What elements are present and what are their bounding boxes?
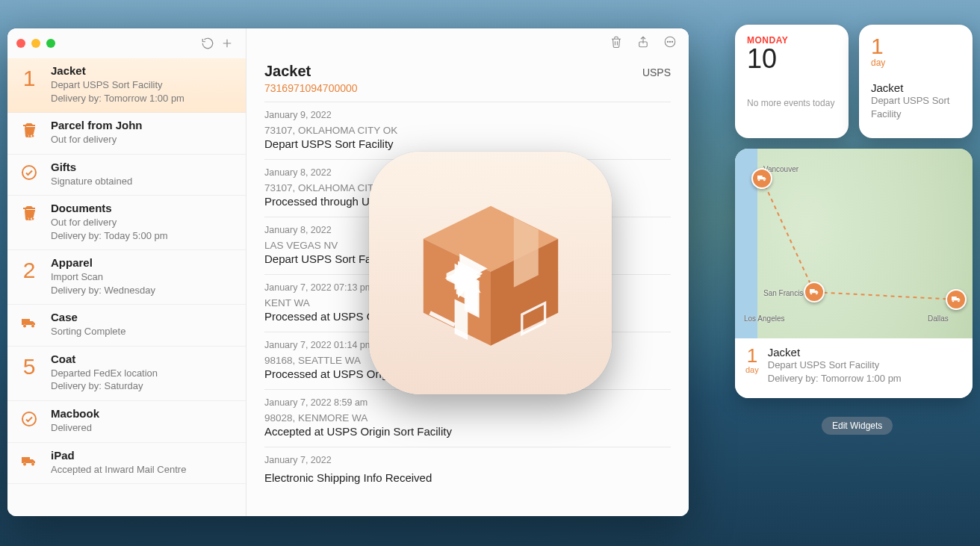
event-date: January 9, 2022 [264, 110, 671, 120]
truck-icon [808, 286, 820, 298]
map-line1: Depart USPS Sort Facility [768, 359, 902, 372]
event-location: 98028, KENMORE WA [264, 412, 671, 424]
minimize-window-button[interactable] [31, 39, 40, 48]
share-button[interactable] [636, 35, 650, 52]
item-title: Gifts [51, 161, 235, 173]
list-item[interactable]: CaseSorting Complete [7, 305, 246, 347]
app-icon [369, 152, 612, 394]
map-days-number: 1 [745, 346, 759, 365]
list-item[interactable]: iPadAccepted at Inward Mail Centre [7, 443, 246, 485]
item-title: Apparel [51, 256, 235, 269]
item-subtitle: Out for delivery [51, 216, 235, 229]
map-days-unit: day [745, 365, 759, 374]
edit-widgets-button[interactable]: Edit Widgets [822, 417, 893, 435]
days-badge: 5 [15, 353, 43, 393]
item-title: Parcel from John [51, 119, 235, 131]
item-subtitle: Departed FedEx location [51, 367, 235, 380]
item-subtitle: Out for delivery [51, 133, 235, 146]
item-delivery: Delivery by: Wednesday [51, 284, 235, 297]
parcel-list: 1JacketDepart USPS Sort FacilityDelivery… [7, 58, 246, 516]
map-pin-origin [751, 168, 772, 189]
calendar-message: No more events today [747, 98, 837, 108]
svg-point-10 [672, 41, 672, 42]
list-item[interactable]: 5CoatDeparted FedEx locationDelivery by:… [7, 347, 246, 401]
tracking-event: January 7, 2022 8:59 am98028, KENMORE WA… [264, 389, 671, 447]
more-button[interactable] [663, 35, 677, 52]
event-status: Electronic Shipping Info Received [264, 471, 671, 484]
map-pin-dest [946, 289, 967, 310]
list-item[interactable]: 1JacketDepart USPS Sort FacilityDelivery… [7, 58, 246, 113]
event-status: Accepted at USPS Origin Sort Facility [264, 425, 671, 438]
refresh-icon [201, 37, 214, 50]
svg-point-0 [27, 135, 29, 137]
sidebar: 1JacketDepart USPS Sort FacilityDelivery… [7, 28, 246, 516]
svg-point-3 [27, 218, 29, 220]
package-small-widget[interactable]: 1 day Jacket Depart USPS Sort Facility [859, 25, 973, 138]
close-window-button[interactable] [16, 39, 25, 48]
svg-marker-21 [464, 273, 479, 317]
map-line2: Delivery by: Tomorrow 1:00 pm [768, 372, 902, 385]
days-badge: 1 [15, 64, 43, 105]
svg-point-9 [669, 41, 670, 42]
cart-icon [15, 119, 43, 146]
item-subtitle: Import Scan [51, 270, 235, 284]
package-status: Depart USPS Sort Facility [871, 94, 961, 120]
svg-point-2 [22, 166, 36, 179]
add-parcel-button[interactable] [217, 34, 237, 53]
svg-point-5 [22, 412, 36, 426]
tracking-event: January 9, 202273107, OKLAHOMA CITY OKDe… [264, 102, 671, 159]
delete-button[interactable] [610, 35, 623, 52]
truck-icon [15, 449, 43, 477]
tracking-event: January 7, 2022Electronic Shipping Info … [264, 447, 671, 493]
item-title: Coat [51, 353, 235, 365]
detail-header: Jacket USPS 7316971094700000 [246, 58, 689, 102]
map-title: Jacket [768, 346, 902, 359]
map-widget[interactable]: Vancouver San Francisco Los Angeles Dall… [735, 149, 973, 398]
list-item[interactable]: Parcel from JohnOut for delivery [7, 113, 246, 155]
city-label-dallas: Dallas [928, 314, 949, 323]
plus-icon [220, 37, 234, 50]
svg-point-1 [32, 135, 34, 137]
calendar-date: 10 [747, 46, 837, 72]
list-item[interactable]: MacbookDelivered [7, 401, 246, 443]
ellipsis-icon [663, 35, 677, 49]
item-title: Case [51, 311, 235, 323]
list-item[interactable]: 2ApparelImport ScanDelivery by: Wednesda… [7, 250, 246, 305]
truck-icon [15, 311, 43, 338]
share-icon [636, 35, 650, 49]
item-subtitle: Sorting Complete [51, 325, 235, 338]
item-subtitle: Accepted at Inward Mail Centre [51, 463, 235, 477]
zoom-window-button[interactable] [46, 39, 55, 48]
check-icon [15, 161, 43, 188]
truck-icon [950, 294, 962, 305]
item-delivery: Delivery by: Saturday [51, 379, 235, 393]
trash-icon [610, 35, 623, 49]
calendar-widget[interactable]: MONDAY 10 No more events today [735, 25, 849, 138]
window-titlebar [7, 28, 246, 58]
map-area: Vancouver San Francisco Los Angeles Dall… [735, 149, 973, 338]
list-item[interactable]: DocumentsOut for deliveryDelivery by: To… [7, 196, 246, 250]
event-date: January 7, 2022 8:59 am [264, 397, 671, 408]
tracking-number[interactable]: 7316971094700000 [264, 82, 671, 94]
carrier-label: USPS [642, 66, 671, 78]
svg-point-8 [667, 41, 668, 42]
city-label-la: Los Angeles [744, 314, 785, 323]
item-title: iPad [51, 449, 235, 462]
item-title: Macbook [51, 407, 235, 420]
item-subtitle: Signature obtained [51, 175, 235, 188]
item-subtitle: Delivered [51, 421, 235, 435]
event-date: January 7, 2022 [264, 455, 671, 465]
package-title: Jacket [871, 81, 961, 94]
traffic-lights [16, 39, 55, 48]
package-box-icon [409, 191, 573, 356]
list-item[interactable]: GiftsSignature obtained [7, 155, 246, 196]
event-status: Depart USPS Sort Facility [264, 137, 671, 150]
check-icon [15, 407, 43, 435]
item-title: Documents [51, 202, 235, 214]
cart-icon [15, 202, 43, 242]
refresh-button[interactable] [198, 34, 217, 53]
item-delivery: Delivery by: Tomorrow 1:00 pm [51, 92, 235, 105]
detail-toolbar [246, 28, 689, 58]
item-delivery: Delivery by: Today 5:00 pm [51, 229, 235, 243]
map-widget-info: 1 day Jacket Depart USPS Sort Facility D… [735, 338, 973, 398]
